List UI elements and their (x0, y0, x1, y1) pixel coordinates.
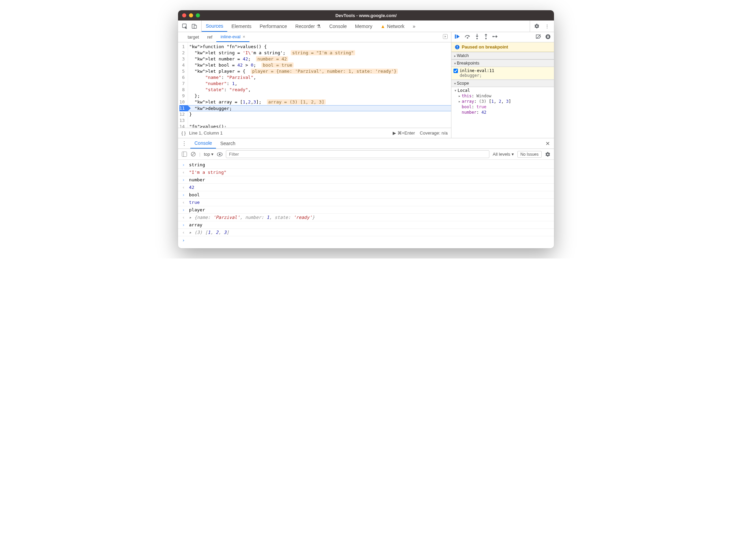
console-row[interactable]: ‹▸ (3) [1, 2, 3] (178, 229, 554, 236)
code-line[interactable]: "kw">debugger; (188, 105, 451, 111)
zoom-window-button[interactable] (196, 13, 200, 17)
drawer-close-icon[interactable]: ✕ (541, 140, 554, 147)
log-levels-selector[interactable]: All levels ▾ (493, 152, 514, 157)
traffic-lights (182, 13, 200, 17)
run-icon[interactable] (439, 34, 451, 40)
code-line[interactable]: "fn">values(); (188, 124, 451, 128)
console-sidebar-toggle-icon[interactable] (181, 152, 187, 157)
console-row[interactable]: ›number (178, 176, 554, 184)
breakpoint-location: inline-eval:11 (460, 68, 551, 73)
live-expression-icon[interactable] (217, 152, 222, 157)
code-editor[interactable]: 1234567891011121314 "kw">function "fn">v… (178, 42, 451, 128)
inspect-icon[interactable] (182, 24, 188, 29)
console-row[interactable]: ›player (178, 206, 554, 214)
run-shortcut[interactable]: ▶ ⌘+Enter (393, 130, 415, 136)
svg-rect-16 (457, 48, 458, 48)
coverage-label[interactable]: Coverage: n/a (420, 130, 448, 136)
scope-variable[interactable]: number: 42 (458, 110, 551, 115)
svg-line-10 (537, 34, 541, 39)
breakpoint-item[interactable]: inline-eval:11 debugger; (451, 67, 554, 80)
console-settings-icon[interactable] (545, 152, 551, 157)
deactivate-breakpoints-icon[interactable] (536, 34, 541, 40)
svg-point-6 (467, 37, 468, 39)
file-tab-ref[interactable]: ref (203, 32, 216, 42)
tab-recorder[interactable]: Recorder ⚗ (291, 20, 325, 32)
code-line[interactable]: "number": 1, (188, 81, 451, 87)
cursor-position: Line 1, Column 1 (189, 130, 222, 136)
code-line[interactable]: "kw">function "fn">values() { (188, 44, 451, 50)
step-icon[interactable] (492, 34, 499, 40)
drawer-menu-icon[interactable]: ⋮ (178, 140, 190, 147)
filter-input[interactable] (226, 150, 489, 158)
scope-local-label[interactable]: Local (458, 88, 470, 93)
step-out-icon[interactable] (484, 34, 488, 40)
scope-section-header[interactable]: Scope (451, 80, 554, 87)
tab-memory[interactable]: Memory (351, 20, 377, 32)
breakpoints-section-header[interactable]: Breakpoints (451, 59, 554, 67)
console-row[interactable]: ‹42 (178, 184, 554, 191)
close-window-button[interactable] (182, 13, 186, 17)
svg-point-22 (219, 153, 221, 155)
code-line[interactable]: "name": "Parzival", (188, 74, 451, 81)
debugger-toolbar (451, 32, 554, 42)
console-row[interactable]: ›string (178, 161, 554, 169)
device-toggle-icon[interactable] (192, 24, 197, 29)
drawer-tab-search[interactable]: Search (216, 138, 239, 149)
code-line[interactable] (188, 117, 451, 124)
breakpoint-checkbox[interactable] (453, 69, 458, 73)
code-line[interactable]: "kw">let number = 42; number = 42 (188, 56, 451, 62)
debugger-pane: Paused on breakpoint Watch Breakpoints i… (451, 32, 554, 138)
svg-rect-12 (547, 36, 548, 38)
window-title: DevTools - www.google.com/ (335, 13, 396, 18)
code-line[interactable]: "kw">let bool = 42 > 0; bool = true (188, 62, 451, 68)
console-row[interactable]: ‹"I'm a string" (178, 169, 554, 176)
tab-console[interactable]: Console (325, 20, 351, 32)
code-line[interactable]: "kw">let string = 'I\'m a string'; strin… (188, 50, 451, 56)
braces-icon[interactable]: { } (181, 130, 186, 136)
clear-console-icon[interactable] (190, 152, 196, 157)
svg-line-20 (192, 153, 195, 156)
console-row[interactable]: ›array (178, 221, 554, 229)
console-toolbar: | top ▾ All levels ▾ No Issues (178, 149, 554, 160)
console-row[interactable]: ‹▸ {name: 'Parzival', number: 1, state: … (178, 214, 554, 221)
tab-elements[interactable]: Elements (227, 20, 255, 32)
tab-network[interactable]: ▲ Network (376, 20, 408, 32)
minimize-window-button[interactable] (189, 13, 193, 17)
code-line[interactable]: }; (188, 93, 451, 99)
code-line[interactable]: "state": "ready", (188, 87, 451, 93)
scope-variable[interactable]: ▸array: (3) [1, 2, 3] (458, 99, 551, 104)
console-output[interactable]: ›string‹"I'm a string"›number‹42›bool‹tr… (178, 160, 554, 248)
svg-point-7 (476, 38, 478, 39)
step-into-icon[interactable] (475, 34, 479, 40)
code-line[interactable]: "kw">let player = { player = {name: 'Par… (188, 68, 451, 74)
scope-variable[interactable]: bool: true (458, 104, 551, 110)
code-line[interactable]: } (188, 111, 451, 117)
tab-sources[interactable]: Sources (202, 20, 227, 32)
svg-point-9 (492, 36, 494, 37)
console-row[interactable]: ›bool (178, 191, 554, 199)
scope-variable[interactable]: ▸this: Window (458, 93, 551, 99)
scope-content: ▾Local ▸this: Window▸array: (3) [1, 2, 3… (451, 87, 554, 116)
play-snippet-icon[interactable] (178, 34, 184, 40)
titlebar: DevTools - www.google.com/ (178, 10, 554, 20)
pause-exceptions-icon[interactable] (545, 34, 551, 40)
kebab-menu-icon[interactable]: ⋮ (544, 24, 550, 29)
file-tab-inline-eval[interactable]: inline-eval× (216, 32, 249, 42)
console-prompt[interactable]: › (178, 236, 554, 244)
drawer-tab-console[interactable]: Console (190, 138, 216, 149)
paused-banner: Paused on breakpoint (451, 42, 554, 52)
svg-rect-15 (457, 46, 458, 47)
file-tab-target[interactable]: target (184, 32, 203, 42)
close-tab-icon[interactable]: × (243, 34, 245, 39)
context-selector[interactable]: top ▾ (204, 152, 214, 157)
more-tabs-button[interactable]: » (409, 20, 420, 32)
watch-section-header[interactable]: Watch (451, 52, 554, 59)
settings-icon[interactable] (534, 24, 540, 29)
resume-icon[interactable] (455, 34, 460, 40)
file-tabs: targetrefinline-eval× (178, 32, 451, 42)
issues-button[interactable]: No Issues (517, 151, 542, 158)
tab-performance[interactable]: Performance (256, 20, 291, 32)
console-row[interactable]: ‹true (178, 199, 554, 206)
code-line[interactable]: "kw">let array = [1,2,3]; array = (3) [1… (188, 99, 451, 105)
step-over-icon[interactable] (464, 34, 471, 40)
